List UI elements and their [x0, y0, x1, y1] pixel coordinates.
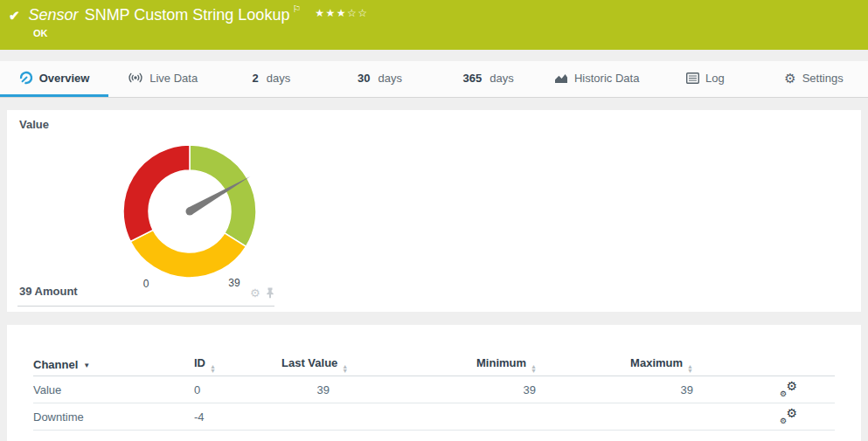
tab-label: Settings: [802, 72, 844, 85]
page-title: SNMP Custom String Lookup: [85, 6, 290, 24]
column-header-minimum[interactable]: Minimum▲▼: [476, 356, 536, 373]
pin-icon[interactable]: [266, 287, 274, 299]
tab-label: Log: [705, 72, 725, 85]
sort-both-icon: ▲▼: [531, 364, 537, 373]
cell-minimum: 39: [476, 383, 536, 396]
column-header-channel[interactable]: Channel▼: [33, 358, 194, 371]
log-list-icon: [686, 72, 699, 84]
gauge-scale-max: 39: [222, 277, 247, 289]
gauge-footer-divider: [17, 306, 274, 307]
tab-label: days: [490, 72, 513, 85]
tab-30-days[interactable]: 30 days: [325, 61, 434, 97]
tab-label: Overview: [39, 72, 90, 85]
sort-both-icon: ▲▼: [210, 364, 216, 373]
sort-desc-icon: ▼: [83, 362, 90, 369]
gauge-gear-icon[interactable]: ⚙: [250, 287, 260, 299]
gear-icon: ⚙: [784, 72, 795, 85]
column-label: ID: [194, 356, 205, 369]
cell-maximum: 39: [628, 383, 693, 396]
status-badge: OK: [33, 28, 868, 38]
priority-stars[interactable]: ★★★☆☆: [315, 7, 368, 19]
tab-log[interactable]: Log: [651, 61, 760, 97]
sensor-kind-label: Sensor: [29, 6, 79, 24]
value-gauge-chart: [111, 133, 268, 290]
column-label: Minimum: [476, 356, 526, 369]
tab-overview[interactable]: Overview: [0, 61, 108, 97]
column-header-maximum[interactable]: Maximum▲▼: [628, 356, 693, 373]
cell-channel: Downtime: [33, 410, 194, 424]
gauge-icon: [19, 71, 33, 85]
sort-both-icon: ▲▼: [342, 364, 348, 373]
tab-number: 365: [462, 72, 482, 85]
column-label: Last Value: [281, 356, 337, 369]
tab-settings[interactable]: ⚙ Settings: [760, 61, 868, 97]
cell-channel: Value: [33, 383, 194, 396]
live-broadcast-icon: [128, 72, 143, 84]
sensor-status-header: ✔ Sensor SNMP Custom String Lookup ⚐ ★★★…: [0, 0, 868, 50]
column-label: Channel: [33, 358, 78, 371]
cell-id: 0: [194, 383, 281, 396]
tab-historic-data[interactable]: Historic Data: [543, 61, 651, 97]
table-row-downtime: Downtime -4 ⚙⚙: [33, 403, 835, 431]
tab-365-days[interactable]: 365 days: [434, 61, 543, 97]
column-label: Maximum: [630, 356, 683, 369]
channel-settings-gears-icon[interactable]: ⚙⚙: [779, 382, 798, 397]
gauge-footer-value: 39 Amount: [19, 285, 78, 298]
tab-label: days: [378, 72, 401, 85]
flag-icon[interactable]: ⚐: [292, 3, 301, 15]
value-gauge-panel: Value 0 39 39 Amount ⚙: [7, 110, 861, 312]
table-row-value: Value 0 39 39 39 ⚙⚙: [33, 376, 835, 403]
tab-number: 30: [358, 72, 370, 85]
tab-label: Historic Data: [574, 72, 639, 85]
cell-id: -4: [194, 410, 281, 424]
tab-bar: Overview Live Data 2 days 30 days 365 da…: [0, 61, 868, 98]
channels-table: Channel▼ ID▲▼ Last Value▲▼ Minimum▲▼ Max…: [33, 353, 835, 431]
channels-table-header: Channel▼ ID▲▼ Last Value▲▼ Minimum▲▼ Max…: [33, 353, 835, 376]
channels-panel: Channel▼ ID▲▼ Last Value▲▼ Minimum▲▼ Max…: [7, 325, 861, 441]
sort-both-icon: ▲▼: [687, 364, 693, 373]
cell-last-value: 39: [281, 383, 330, 396]
tab-label: days: [267, 72, 290, 85]
column-header-last-value[interactable]: Last Value▲▼: [281, 356, 330, 373]
column-header-id[interactable]: ID▲▼: [194, 356, 281, 373]
gauge-scale-min: 0: [136, 278, 156, 290]
tab-2-days[interactable]: 2 days: [217, 61, 325, 97]
gauge-panel-title: Value: [19, 118, 49, 131]
ok-check-icon: ✔: [9, 8, 20, 24]
tab-label: Live Data: [149, 72, 198, 85]
tab-live-data[interactable]: Live Data: [108, 61, 217, 97]
tab-number: 2: [252, 72, 258, 85]
area-chart-icon: [554, 72, 568, 84]
channel-settings-gears-icon[interactable]: ⚙⚙: [779, 409, 798, 424]
